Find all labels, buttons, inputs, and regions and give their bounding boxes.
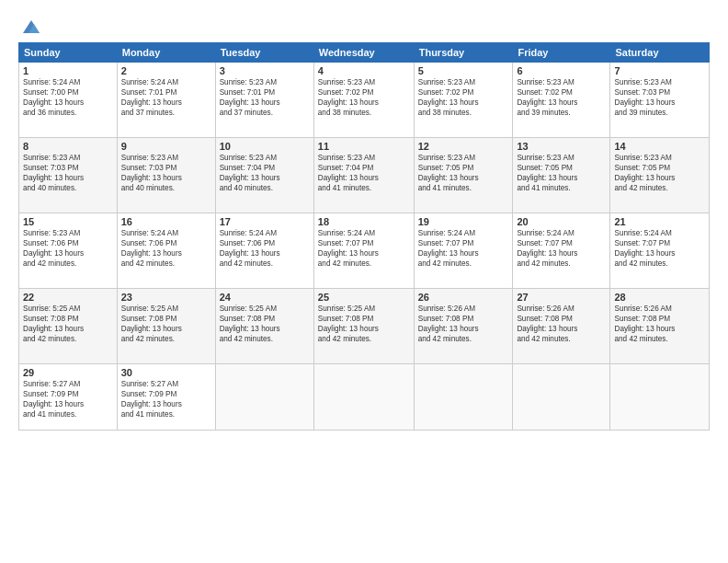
day-number: 21 xyxy=(614,216,705,227)
calendar-cell: 27Sunrise: 5:26 AM Sunset: 7:08 PM Dayli… xyxy=(513,289,610,364)
day-info: Sunrise: 5:23 AM Sunset: 7:04 PM Dayligh… xyxy=(220,153,310,193)
calendar-cell: 11Sunrise: 5:23 AM Sunset: 7:04 PM Dayli… xyxy=(313,138,414,213)
calendar-cell: 29Sunrise: 5:27 AM Sunset: 7:09 PM Dayli… xyxy=(19,364,118,431)
calendar-cell: 13Sunrise: 5:23 AM Sunset: 7:05 PM Dayli… xyxy=(513,138,610,213)
calendar-cell xyxy=(313,364,414,431)
day-number: 1 xyxy=(23,65,113,76)
calendar-cell: 19Sunrise: 5:24 AM Sunset: 7:07 PM Dayli… xyxy=(414,213,513,289)
calendar-cell: 28Sunrise: 5:26 AM Sunset: 7:08 PM Dayli… xyxy=(610,289,710,364)
calendar-cell: 21Sunrise: 5:24 AM Sunset: 7:07 PM Dayli… xyxy=(610,213,710,289)
calendar-cell: 30Sunrise: 5:27 AM Sunset: 7:09 PM Dayli… xyxy=(117,364,215,431)
day-info: Sunrise: 5:25 AM Sunset: 7:08 PM Dayligh… xyxy=(23,304,113,344)
page-header xyxy=(18,17,710,37)
day-info: Sunrise: 5:23 AM Sunset: 7:05 PM Dayligh… xyxy=(418,153,509,193)
day-number: 8 xyxy=(23,141,113,152)
calendar-cell: 2Sunrise: 5:24 AM Sunset: 7:01 PM Daylig… xyxy=(117,63,215,138)
calendar-cell: 9Sunrise: 5:23 AM Sunset: 7:03 PM Daylig… xyxy=(117,138,215,213)
day-number: 16 xyxy=(121,216,211,227)
day-number: 11 xyxy=(318,141,410,152)
calendar-cell: 23Sunrise: 5:25 AM Sunset: 7:08 PM Dayli… xyxy=(117,289,215,364)
calendar-cell: 16Sunrise: 5:24 AM Sunset: 7:06 PM Dayli… xyxy=(117,213,215,289)
calendar-cell: 18Sunrise: 5:24 AM Sunset: 7:07 PM Dayli… xyxy=(313,213,414,289)
day-number: 14 xyxy=(614,141,705,152)
day-number: 2 xyxy=(121,65,211,76)
day-info: Sunrise: 5:23 AM Sunset: 7:02 PM Dayligh… xyxy=(318,77,410,118)
calendar-cell: 8Sunrise: 5:23 AM Sunset: 7:03 PM Daylig… xyxy=(19,138,118,213)
calendar-header-friday: Friday xyxy=(513,43,610,63)
day-info: Sunrise: 5:24 AM Sunset: 7:00 PM Dayligh… xyxy=(23,77,113,118)
calendar-header-sunday: Sunday xyxy=(19,43,118,63)
day-number: 30 xyxy=(121,367,211,378)
day-number: 29 xyxy=(23,367,113,378)
calendar-cell: 24Sunrise: 5:25 AM Sunset: 7:08 PM Dayli… xyxy=(215,289,313,364)
day-number: 25 xyxy=(318,292,410,303)
day-number: 24 xyxy=(220,292,310,303)
day-info: Sunrise: 5:27 AM Sunset: 7:09 PM Dayligh… xyxy=(121,379,211,419)
calendar-header-thursday: Thursday xyxy=(414,43,513,63)
logo-icon xyxy=(21,17,41,37)
day-info: Sunrise: 5:26 AM Sunset: 7:08 PM Dayligh… xyxy=(614,304,705,344)
day-info: Sunrise: 5:24 AM Sunset: 7:07 PM Dayligh… xyxy=(517,228,606,269)
day-info: Sunrise: 5:24 AM Sunset: 7:07 PM Dayligh… xyxy=(418,228,509,269)
calendar-week-row-2: 15Sunrise: 5:23 AM Sunset: 7:06 PM Dayli… xyxy=(19,213,710,289)
calendar-page: SundayMondayTuesdayWednesdayThursdayFrid… xyxy=(0,0,728,563)
calendar-week-row-3: 22Sunrise: 5:25 AM Sunset: 7:08 PM Dayli… xyxy=(19,289,710,364)
day-info: Sunrise: 5:25 AM Sunset: 7:08 PM Dayligh… xyxy=(121,304,211,344)
calendar-cell xyxy=(414,364,513,431)
day-info: Sunrise: 5:26 AM Sunset: 7:08 PM Dayligh… xyxy=(418,304,509,344)
day-info: Sunrise: 5:24 AM Sunset: 7:07 PM Dayligh… xyxy=(318,228,410,269)
calendar-header-wednesday: Wednesday xyxy=(313,43,414,63)
day-number: 12 xyxy=(418,141,509,152)
logo xyxy=(18,17,41,37)
day-number: 5 xyxy=(418,65,509,76)
calendar-cell: 20Sunrise: 5:24 AM Sunset: 7:07 PM Dayli… xyxy=(513,213,610,289)
calendar-cell: 7Sunrise: 5:23 AM Sunset: 7:03 PM Daylig… xyxy=(610,63,710,138)
calendar-header-monday: Monday xyxy=(117,43,215,63)
day-info: Sunrise: 5:24 AM Sunset: 7:07 PM Dayligh… xyxy=(614,228,705,269)
day-info: Sunrise: 5:23 AM Sunset: 7:02 PM Dayligh… xyxy=(517,77,606,118)
day-info: Sunrise: 5:23 AM Sunset: 7:03 PM Dayligh… xyxy=(121,153,211,193)
calendar-table: SundayMondayTuesdayWednesdayThursdayFrid… xyxy=(18,42,710,431)
day-info: Sunrise: 5:23 AM Sunset: 7:01 PM Dayligh… xyxy=(220,77,310,118)
calendar-cell: 22Sunrise: 5:25 AM Sunset: 7:08 PM Dayli… xyxy=(19,289,118,364)
day-info: Sunrise: 5:25 AM Sunset: 7:08 PM Dayligh… xyxy=(220,304,310,344)
calendar-week-row-0: 1Sunrise: 5:24 AM Sunset: 7:00 PM Daylig… xyxy=(19,63,710,138)
day-info: Sunrise: 5:23 AM Sunset: 7:05 PM Dayligh… xyxy=(614,153,705,193)
calendar-cell: 25Sunrise: 5:25 AM Sunset: 7:08 PM Dayli… xyxy=(313,289,414,364)
day-number: 13 xyxy=(517,141,606,152)
day-number: 20 xyxy=(517,216,606,227)
day-number: 26 xyxy=(418,292,509,303)
calendar-header-tuesday: Tuesday xyxy=(215,43,313,63)
day-number: 4 xyxy=(318,65,410,76)
calendar-cell: 10Sunrise: 5:23 AM Sunset: 7:04 PM Dayli… xyxy=(215,138,313,213)
day-info: Sunrise: 5:27 AM Sunset: 7:09 PM Dayligh… xyxy=(23,379,113,419)
calendar-cell: 17Sunrise: 5:24 AM Sunset: 7:06 PM Dayli… xyxy=(215,213,313,289)
day-number: 22 xyxy=(23,292,113,303)
day-info: Sunrise: 5:26 AM Sunset: 7:08 PM Dayligh… xyxy=(517,304,606,344)
calendar-cell xyxy=(513,364,610,431)
day-info: Sunrise: 5:23 AM Sunset: 7:05 PM Dayligh… xyxy=(517,153,606,193)
calendar-cell: 5Sunrise: 5:23 AM Sunset: 7:02 PM Daylig… xyxy=(414,63,513,138)
calendar-header-row: SundayMondayTuesdayWednesdayThursdayFrid… xyxy=(19,43,710,63)
day-info: Sunrise: 5:23 AM Sunset: 7:02 PM Dayligh… xyxy=(418,77,509,118)
calendar-cell: 4Sunrise: 5:23 AM Sunset: 7:02 PM Daylig… xyxy=(313,63,414,138)
calendar-cell: 3Sunrise: 5:23 AM Sunset: 7:01 PM Daylig… xyxy=(215,63,313,138)
day-number: 28 xyxy=(614,292,705,303)
calendar-week-row-4: 29Sunrise: 5:27 AM Sunset: 7:09 PM Dayli… xyxy=(19,364,710,431)
day-info: Sunrise: 5:24 AM Sunset: 7:06 PM Dayligh… xyxy=(220,228,310,269)
day-info: Sunrise: 5:23 AM Sunset: 7:03 PM Dayligh… xyxy=(614,77,705,118)
day-number: 7 xyxy=(614,65,705,76)
day-number: 3 xyxy=(220,65,310,76)
calendar-cell: 26Sunrise: 5:26 AM Sunset: 7:08 PM Dayli… xyxy=(414,289,513,364)
day-info: Sunrise: 5:23 AM Sunset: 7:04 PM Dayligh… xyxy=(318,153,410,193)
day-number: 6 xyxy=(517,65,606,76)
day-info: Sunrise: 5:24 AM Sunset: 7:06 PM Dayligh… xyxy=(121,228,211,269)
calendar-cell: 1Sunrise: 5:24 AM Sunset: 7:00 PM Daylig… xyxy=(19,63,118,138)
day-info: Sunrise: 5:24 AM Sunset: 7:01 PM Dayligh… xyxy=(121,77,211,118)
calendar-cell xyxy=(610,364,710,431)
calendar-cell: 15Sunrise: 5:23 AM Sunset: 7:06 PM Dayli… xyxy=(19,213,118,289)
day-number: 23 xyxy=(121,292,211,303)
day-number: 9 xyxy=(121,141,211,152)
calendar-cell: 14Sunrise: 5:23 AM Sunset: 7:05 PM Dayli… xyxy=(610,138,710,213)
calendar-week-row-1: 8Sunrise: 5:23 AM Sunset: 7:03 PM Daylig… xyxy=(19,138,710,213)
